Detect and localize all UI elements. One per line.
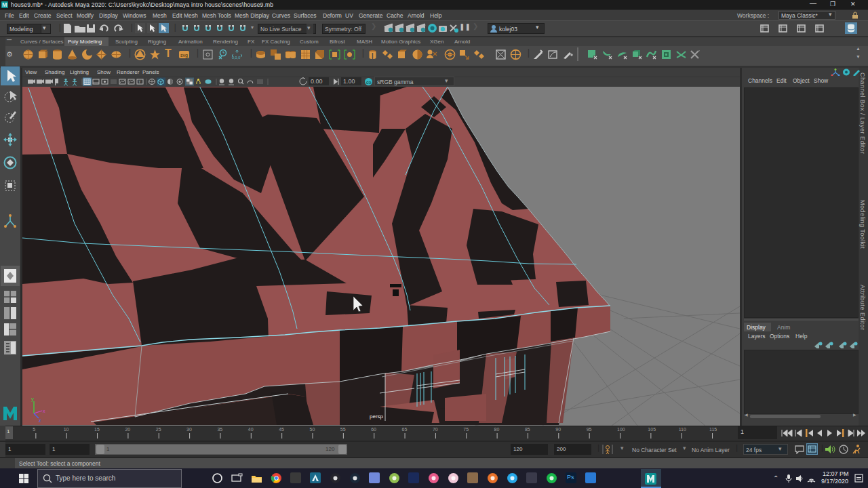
svg-text:115: 115 xyxy=(709,427,717,432)
svg-text:95: 95 xyxy=(587,427,592,432)
svg-text:65: 65 xyxy=(402,427,408,432)
svg-text:105: 105 xyxy=(648,427,656,432)
svg-text:y: y xyxy=(31,396,34,402)
svg-text:45: 45 xyxy=(279,427,284,432)
svg-text:5: 5 xyxy=(33,427,35,432)
svg-text:60: 60 xyxy=(371,427,376,432)
svg-text:T: T xyxy=(138,80,141,84)
svg-text:100: 100 xyxy=(617,427,625,432)
svg-text:35: 35 xyxy=(217,427,222,432)
svg-text:z: z xyxy=(39,418,41,423)
svg-text:85: 85 xyxy=(525,427,530,432)
svg-text:75: 75 xyxy=(463,427,469,432)
svg-text:30: 30 xyxy=(186,427,192,432)
svg-text:25: 25 xyxy=(156,427,161,432)
svg-text:persp: persp xyxy=(370,413,384,420)
svg-text:70: 70 xyxy=(433,427,438,432)
svg-text:20: 20 xyxy=(125,427,130,432)
svg-text:x: x xyxy=(43,409,45,413)
svg-text:15: 15 xyxy=(94,427,100,432)
svg-text:90: 90 xyxy=(555,427,561,432)
svg-text:50: 50 xyxy=(310,427,315,432)
svg-text:80: 80 xyxy=(494,427,500,432)
svg-text:110: 110 xyxy=(679,427,686,432)
svg-text:0,0,0: 0,0,0 xyxy=(232,56,240,60)
svg-text:55: 55 xyxy=(340,427,346,432)
svg-text:10: 10 xyxy=(64,427,69,432)
svg-text:svg: svg xyxy=(180,53,188,58)
svg-text:40: 40 xyxy=(248,427,254,432)
svg-text:co: co xyxy=(366,80,372,85)
